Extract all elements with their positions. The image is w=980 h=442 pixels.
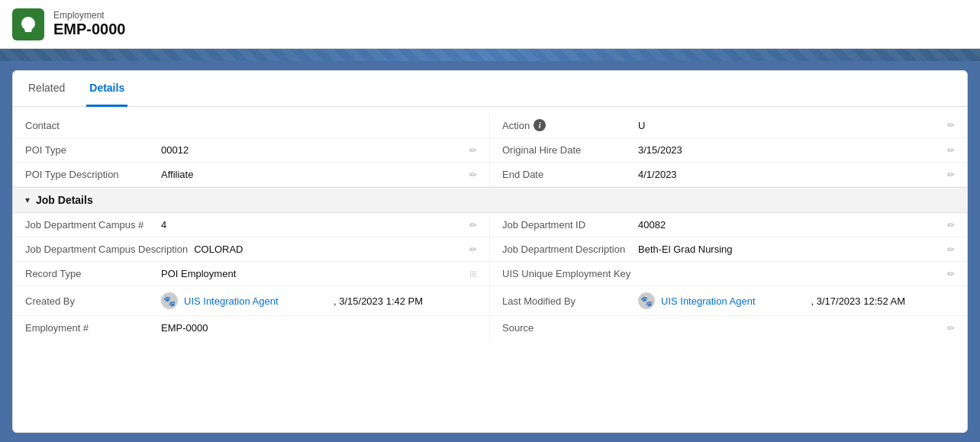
- contact-label: Contact: [25, 120, 155, 131]
- created-by-label: Created By: [25, 295, 155, 307]
- chevron-down-icon: ▾: [25, 195, 30, 205]
- job-dept-desc-edit-icon[interactable]: ✏: [947, 244, 955, 255]
- job-dept-campus-desc-edit-icon[interactable]: ✏: [469, 244, 477, 255]
- job-details-label: Job Details: [36, 194, 93, 206]
- row-contact-action: Contact Action i U ✏: [13, 113, 967, 138]
- end-date-label: End Date: [502, 169, 632, 180]
- job-dept-campus-value: 4: [161, 219, 463, 231]
- job-dept-id-edit-icon[interactable]: ✏: [947, 220, 955, 231]
- record-type-value: POI Employment: [161, 268, 463, 279]
- employment-num-cell: Employment # EMP-0000: [13, 316, 490, 340]
- job-details-header[interactable]: ▾ Job Details: [13, 187, 967, 213]
- job-dept-campus-cell: Job Department Campus # 4 ✏: [13, 213, 490, 237]
- original-hire-label: Original Hire Date: [502, 144, 632, 156]
- content-card: Related Details Contact Action i U ✏: [12, 70, 968, 433]
- poi-desc-value: Affiliate: [161, 169, 463, 180]
- job-dept-id-value: 40082: [638, 219, 941, 231]
- details-section: Contact Action i U ✏ POI Type 00012 ✏ Or…: [13, 107, 967, 346]
- last-modified-agent[interactable]: UIS Integration Agent: [661, 295, 805, 307]
- tab-related[interactable]: Related: [25, 71, 68, 107]
- row-job-dept-campus: Job Department Campus # 4 ✏ Job Departme…: [13, 213, 967, 237]
- poi-desc-cell: POI Type Description Affiliate ✏: [13, 163, 490, 186]
- job-dept-campus-desc-value: COLORAD: [194, 244, 463, 255]
- poi-desc-edit-icon[interactable]: ✏: [469, 169, 477, 180]
- end-date-value: 4/1/2023: [638, 169, 941, 180]
- row-employment-source: Employment # EMP-0000 Source ✏: [13, 316, 967, 340]
- job-dept-id-label: Job Department ID: [502, 219, 632, 231]
- job-dept-campus-edit-icon[interactable]: ✏: [469, 220, 477, 231]
- uis-unique-cell: UIS Unique Employment Key ✏: [490, 262, 967, 286]
- app-header: Employment EMP-0000: [0, 0, 980, 49]
- original-hire-value: 3/15/2023: [638, 144, 941, 156]
- action-value: U: [638, 120, 941, 131]
- job-dept-campus-desc-label: Job Department Campus Description: [25, 244, 188, 255]
- source-cell: Source ✏: [490, 316, 967, 340]
- action-label: Action i: [502, 119, 632, 131]
- app-icon: [12, 8, 44, 40]
- tab-details[interactable]: Details: [86, 71, 127, 107]
- poi-type-label: POI Type: [25, 144, 155, 156]
- decorative-band: [0, 49, 980, 61]
- tab-bar: Related Details: [13, 71, 967, 107]
- app-title: EMP-0000: [53, 21, 126, 38]
- row-record-uis: Record Type POI Employment ⊞ UIS Unique …: [13, 262, 967, 286]
- last-modified-date: , 3/17/2023 12:52 AM: [811, 295, 956, 307]
- employment-num-label: Employment #: [25, 322, 155, 334]
- header-titles: Employment EMP-0000: [53, 10, 126, 38]
- end-date-edit-icon[interactable]: ✏: [947, 169, 955, 180]
- job-dept-id-cell: Job Department ID 40082 ✏: [490, 213, 967, 237]
- app-subtitle: Employment: [53, 10, 126, 21]
- end-date-cell: End Date 4/1/2023 ✏: [490, 163, 967, 186]
- original-hire-edit-icon[interactable]: ✏: [947, 145, 955, 156]
- action-edit-icon[interactable]: ✏: [947, 120, 955, 131]
- last-modified-label: Last Modified By: [502, 295, 632, 307]
- source-label: Source: [502, 322, 632, 334]
- action-info-icon[interactable]: i: [534, 119, 546, 131]
- created-by-avatar: 🐾: [161, 292, 178, 309]
- created-by-cell: Created By 🐾 UIS Integration Agent , 3/1…: [13, 286, 490, 315]
- created-by-agent[interactable]: UIS Integration Agent: [184, 295, 327, 307]
- record-type-cell: Record Type POI Employment ⊞: [13, 262, 490, 286]
- row-created-modified: Created By 🐾 UIS Integration Agent , 3/1…: [13, 286, 967, 316]
- contact-cell: Contact: [13, 113, 490, 137]
- job-dept-desc-label: Job Department Description: [502, 244, 632, 255]
- job-dept-campus-desc-cell: Job Department Campus Description COLORA…: [13, 237, 490, 261]
- uis-unique-edit-icon[interactable]: ✏: [947, 269, 955, 279]
- row-job-dept-desc: Job Department Campus Description COLORA…: [13, 237, 967, 262]
- last-modified-avatar: 🐾: [638, 292, 655, 309]
- employment-num-value: EMP-0000: [161, 322, 477, 334]
- job-dept-desc-value: Beth-El Grad Nursing: [638, 244, 941, 255]
- action-cell: Action i U ✏: [490, 113, 967, 137]
- source-edit-icon[interactable]: ✏: [947, 323, 955, 334]
- last-modified-cell: Last Modified By 🐾 UIS Integration Agent…: [490, 286, 967, 315]
- poi-type-cell: POI Type 00012 ✏: [13, 138, 490, 162]
- poi-type-value: 00012: [161, 144, 463, 156]
- created-by-date: , 3/15/2023 1:42 PM: [334, 295, 477, 307]
- row-poi-hire: POI Type 00012 ✏ Original Hire Date 3/15…: [13, 138, 967, 163]
- job-dept-desc-cell: Job Department Description Beth-El Grad …: [490, 237, 967, 261]
- record-type-edit-icon[interactable]: ⊞: [469, 269, 477, 279]
- poi-desc-label: POI Type Description: [25, 169, 155, 180]
- uis-unique-label: UIS Unique Employment Key: [502, 268, 632, 279]
- row-poi-desc-end: POI Type Description Affiliate ✏ End Dat…: [13, 163, 967, 187]
- poi-type-edit-icon[interactable]: ✏: [469, 145, 477, 156]
- job-dept-campus-label: Job Department Campus #: [25, 219, 155, 231]
- original-hire-cell: Original Hire Date 3/15/2023 ✏: [490, 138, 967, 162]
- record-type-label: Record Type: [25, 268, 155, 279]
